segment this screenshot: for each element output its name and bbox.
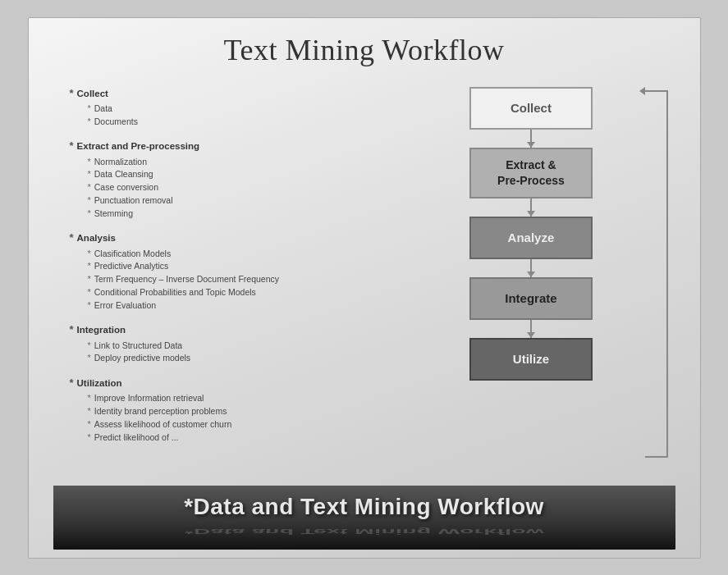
list-item: Error Evaluation <box>88 299 387 313</box>
feedback-arrow <box>645 90 668 458</box>
list-item: Predict likelihood of ... <box>88 431 387 445</box>
list-item: Improve Information retrieval <box>88 392 387 405</box>
list-item: Data Cleansing <box>88 168 387 181</box>
list-item: Case conversion <box>88 181 387 194</box>
section-utilization: Utilization Improve Information retrieva… <box>70 376 387 444</box>
flow-box-integrate: Integrate <box>469 277 593 320</box>
list-item: Assess likelihood of customer churn <box>88 418 387 431</box>
list-item: Documents <box>88 116 387 129</box>
list-item: Punctuation removal <box>88 194 387 208</box>
arrow-integrate-to-utilize <box>530 320 532 338</box>
section-title-analysis: Analysis <box>70 231 387 245</box>
list-item: Normalization <box>88 156 387 169</box>
left-panel: Collect Data Documents Extract and Pre-p… <box>53 79 396 479</box>
flow-box-collect: Collect <box>469 87 593 130</box>
sub-items-collect: Data Documents <box>88 103 387 129</box>
list-item: Predictive Analytics <box>88 260 387 273</box>
section-extract: Extract and Pre-processing Normalization… <box>70 139 387 220</box>
right-panel: Collect Extract & Pre-Process Analyze In… <box>395 79 675 479</box>
sub-items-utilization: Improve Information retrieval Identity b… <box>88 392 387 444</box>
section-title-integration: Integration <box>70 323 387 337</box>
bottom-banner: *Data and Text Mining Workflow *Data and… <box>53 486 675 550</box>
flow-box-analyze: Analyze <box>469 217 593 259</box>
sub-items-analysis: Clasification Models Predictive Analytic… <box>88 248 387 313</box>
flow-box-extract: Extract & Pre-Process <box>469 148 593 199</box>
list-item: Link to Structured Data <box>88 340 387 353</box>
list-item: Stemming <box>88 208 387 221</box>
arrow-collect-to-extract <box>530 130 532 148</box>
flow-box-utilize: Utilize <box>469 338 593 381</box>
arrow-extract-to-analyze <box>530 199 532 217</box>
list-item: Term Frequency – Inverse Document Freque… <box>88 273 387 286</box>
flow-wrapper: Collect Extract & Pre-Process Analyze In… <box>465 87 597 381</box>
sub-items-integration: Link to Structured Data Deploy predictiv… <box>88 340 387 366</box>
section-title-utilization: Utilization <box>70 376 387 390</box>
section-title-collect: Collect <box>70 87 387 101</box>
section-analysis: Analysis Clasification Models Predictive… <box>70 231 387 312</box>
list-item: Data <box>88 103 387 116</box>
banner-text: *Data and Text Mining Workflow <box>70 494 659 520</box>
slide-container: Text Mining Workflow Collect Data Docume… <box>28 17 701 559</box>
list-item: Deploy predictive models <box>88 352 387 365</box>
sub-items-extract: Normalization Data Cleansing Case conver… <box>88 156 387 221</box>
list-item: Clasification Models <box>88 248 387 261</box>
section-collect: Collect Data Documents <box>70 87 387 129</box>
section-title-extract: Extract and Pre-processing <box>70 139 387 153</box>
slide-content: Collect Data Documents Extract and Pre-p… <box>53 79 675 479</box>
list-item: Identity brand perception problems <box>88 405 387 418</box>
section-integration: Integration Link to Structured Data Depl… <box>70 323 387 365</box>
list-item: Conditional Probabilities and Topic Mode… <box>88 286 387 299</box>
slide-title: Text Mining Workflow <box>224 33 505 67</box>
arrow-analyze-to-integrate <box>530 259 532 277</box>
banner-reflection: *Data and Text Mining Workflow <box>70 527 659 536</box>
